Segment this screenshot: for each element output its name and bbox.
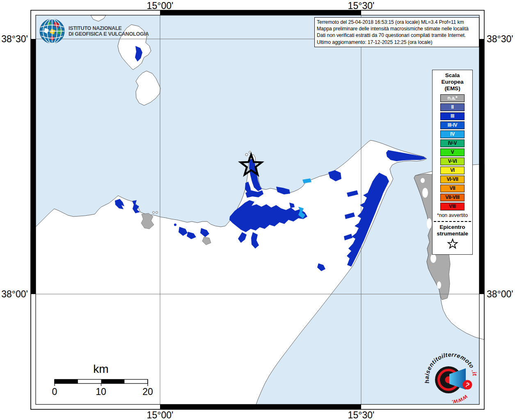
ingv-logo: ISTITUTO NAZIONALE DI GEOFISICA E VULCAN… — [39, 18, 149, 44]
legend-chip-v-vi: V-VI — [440, 158, 465, 165]
logo-www-text: www. — [451, 394, 469, 404]
scalebar-tick-0: 0 — [46, 386, 63, 397]
haisentito-logo-icon: ? haisentitoilterremoto .it www. — [425, 349, 479, 404]
lat-label-right-top: 38°30' — [487, 34, 515, 45]
legend-footnote: *non avvertito — [433, 212, 472, 218]
lon-label-bottom-right: 15°30' — [334, 410, 388, 420]
legend-chip-vii-viii: VII-VIII — [440, 194, 465, 201]
legend-chip-n-a-: n.a.* — [440, 94, 465, 102]
legend-chip-iv: IV — [440, 130, 465, 138]
legend-chip-iii-iv: III-IV — [440, 121, 465, 129]
legend-title-line2: Europea — [433, 79, 472, 85]
lon-label-bottom-left: 15°00' — [133, 410, 187, 420]
ingv-name-line2: DI GEOFISICA E VULCANOLOGIA — [69, 31, 149, 37]
ingv-globe-icon — [39, 18, 65, 44]
ems-legend: Scala Europea (EMS) n.a.*IIIIIIII-IVIVIV… — [432, 70, 473, 255]
legend-chip-ii: II — [440, 103, 465, 111]
lat-label-left-top: 38°30' — [0, 34, 28, 45]
epicenter-label-line2: strumentale — [433, 231, 472, 237]
event-info-box: Terremoto del 25-04-2018 16:53:15 (ora l… — [314, 17, 479, 47]
lon-label-top-right: 15°30' — [334, 0, 388, 11]
lon-label-top-left: 15°00' — [133, 0, 187, 11]
legend-divider — [434, 221, 471, 222]
lat-label-left-bottom: 38°00' — [0, 289, 28, 300]
legend-chip-vii: VII — [440, 185, 465, 192]
info-line-map-type: Mappa preliminare delle intensità macros… — [317, 25, 477, 32]
legend-chip-iv-v: IV-V — [440, 139, 465, 147]
scalebar-unit-label: km — [85, 363, 117, 376]
epicenter-label-line1: Epicentro — [433, 224, 472, 231]
legend-title-line1: Scala — [433, 72, 472, 79]
lat-label-right-bottom: 38°00' — [487, 289, 515, 300]
svg-text:www.: www. — [451, 394, 469, 404]
ingv-name-line1: ISTITUTO NAZIONALE — [69, 25, 149, 32]
legend-chip-iii: III — [440, 112, 465, 120]
scalebar-tick-10: 10 — [89, 386, 113, 397]
info-line-updated: Ultimo aggiornamento: 17-12-2025 12:25 (… — [317, 39, 477, 46]
epicenter-star-icon — [446, 238, 459, 249]
legend-title-line3: (EMS) — [433, 85, 472, 92]
legend-items: n.a.*IIIIIIII-IVIVIV-VVV-VIVIVI-VIIVIIVI… — [433, 94, 472, 210]
legend-chip-v: V — [440, 148, 465, 156]
scalebar-tick-20: 20 — [135, 386, 160, 397]
haisentitoilterremoto-logo: ? haisentitoilterremoto .it www. — [425, 349, 479, 405]
info-line-event: Terremoto del 25-04-2018 16:53:15 (ora l… — [317, 19, 477, 25]
logo-arc-suffix: .it — [470, 369, 478, 377]
legend-chip-viii: VIII — [440, 203, 465, 210]
info-line-data-source: Dati non verificati estratti da 70 quest… — [317, 32, 477, 39]
legend-chip-vi: VI — [440, 167, 465, 174]
legend-chip-vi-vii: VI-VII — [440, 176, 465, 183]
macroseismic-map-page: 15°00' 15°30' 15°00' 15°30' 38°30' 38°00… — [0, 0, 515, 420]
